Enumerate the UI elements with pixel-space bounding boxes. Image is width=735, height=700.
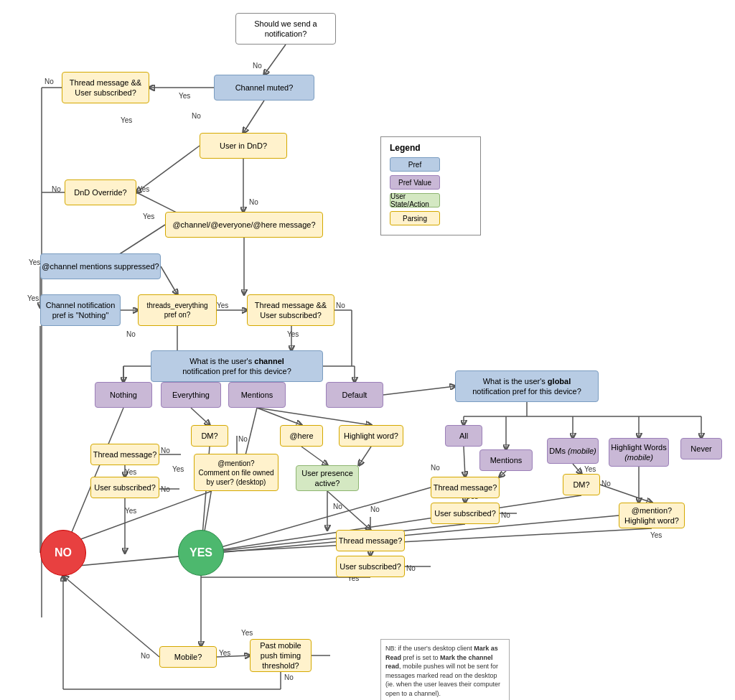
legend-prefval-box: Pref Value [390,175,440,190]
label-no-dm1: No [238,435,248,443]
label-no-dnd-override: No [52,185,61,193]
node-dm-q1-label: DM? [201,431,217,441]
node-thread-msg-q3: Thread message? [336,530,405,551]
node-dms-mobile: DMs (mobile) [547,438,599,464]
node-highlight-words-mobile-label: Highlight Words(mobile) [611,442,666,463]
label-yes-ch-nothing: Yes [27,294,39,302]
legend-parsing-label: Parsing [403,215,427,223]
node-athere-label: @here [289,431,313,441]
label-no-usersub3: No [406,564,416,572]
label-no-threadmsg3: No [370,505,380,513]
label-yes-thread1: Yes [125,468,136,476]
legend-title: Legend [390,143,472,153]
label-no-thread-sub2: No [336,302,345,309]
node-past-mobile-timing-label: Past mobilepush timingthreshold? [260,640,301,671]
node-nothing-label: Nothing [110,390,137,400]
node-atmention-highlight: @mention?Highlight word? [619,503,685,528]
node-start-label: Should we send anotification? [254,19,317,39]
svg-line-28 [383,386,455,395]
node-user-dnd-label: User in DnD? [220,141,267,151]
node-channel-notif-pref-label: What is the user's channelnotification p… [182,356,291,377]
node-yes-circle: YES [178,530,224,576]
node-nothing: Nothing [95,382,152,408]
node-default: Default [326,382,383,408]
label-yes-threads-ev: Yes [217,302,228,309]
node-all-label: All [459,431,468,441]
node-channel-notif-nothing-label: Channel notificationpref is "Nothing" [46,300,116,321]
svg-line-57 [500,471,506,477]
node-thread-msg-q1: Thread message? [90,444,159,465]
node-dm-q1: DM? [191,425,228,447]
svg-line-60 [201,524,465,553]
node-default-label: Default [342,390,368,400]
node-global-notif-pref: What is the user's globalnotification pr… [455,370,599,402]
legend-prefval-label: Pref Value [398,179,431,187]
node-no-label: NO [55,546,72,561]
node-channel-everyone-label: @channel/@everyone/@here message? [172,220,315,230]
svg-line-69 [63,576,159,657]
node-mentions-global: Mentions [479,449,533,471]
label-no-threadmsg2: No [431,464,440,472]
node-no-circle: NO [40,530,86,576]
legend-item-parsing: Parsing [390,211,472,225]
legend-item-state: User State/Action [390,193,472,207]
node-threads-everything: threads_everythingpref on? [138,294,217,326]
legend-state-label: User State/Action [390,192,439,208]
label-yes-channel-muted: Yes [179,92,190,100]
label-no-dmmobile: No [601,480,611,487]
legend-item-pref: Pref [390,157,472,172]
node-channel-muted: Channel muted? [214,75,314,101]
node-highlight-word1-label: Highlight word? [344,431,398,441]
label-yes-past-timing: Yes [241,629,253,637]
legend-pref-box: Pref [390,157,440,172]
node-channel-everyone: @channel/@everyone/@here message? [165,212,323,238]
label-no-dnd: No [192,112,201,120]
node-channel-mentions-suppressed: @channel mentions suppressed? [40,253,161,279]
legend: Legend Pref Pref Value User State/Action… [380,136,481,235]
label-no-thread1: No [161,447,170,454]
legend-pref-label: Pref [408,161,421,169]
node-thread-user-sub1-label: Thread message &&User subscribed? [70,78,141,98]
svg-line-62 [573,464,581,474]
node-channel-notif-nothing: Channel notificationpref is "Nothing" [40,294,121,326]
node-user-subscribed-q3-label: User subscribed? [340,561,401,571]
node-user-subscribed-q2-label: User subscribed? [434,508,496,518]
svg-line-12 [161,266,177,294]
legend-state-box: User State/Action [390,193,440,207]
node-user-presence: User presenceactive? [296,465,359,491]
node-thread-msg-q1-label: Thread message? [93,449,157,459]
node-user-subscribed-q2: User subscribed? [431,503,500,524]
node-never: Never [680,438,722,459]
svg-line-32 [257,408,371,425]
node-start: Should we send anotification? [235,13,336,45]
label-yes-dnd: Yes [121,116,132,124]
node-everything: Everything [161,382,221,408]
label-yes-mobile: Yes [219,649,230,657]
label-yes-dnd-override: Yes [138,185,149,193]
node-mobile-q-label: Mobile? [174,652,202,662]
node-user-dnd: User in DnD? [200,133,287,159]
node-thread-user-sub1: Thread message &&User subscribed? [62,72,149,103]
label-no-thread-sub1: No [45,78,54,85]
node-channel-mentions-suppressed-label: @channel mentions suppressed? [42,261,159,271]
note-box: NB: if the user's desktop client Mark as… [380,639,510,700]
node-global-notif-pref-label: What is the user's globalnotification pr… [472,376,581,397]
node-user-presence-label: User presenceactive? [301,468,353,489]
node-channel-notif-pref: What is the user's channelnotification p… [151,350,323,382]
label-yes-usersub1: Yes [125,507,136,515]
svg-line-0 [264,45,286,75]
svg-line-65 [201,528,652,553]
node-dnd-override-label: DnD Override? [74,187,126,197]
label-yes-dmmobile: Yes [584,465,596,473]
node-dm-q2-label: DM? [573,480,589,490]
label-no-channel-muted: No [253,62,262,70]
label-yes-ch-suppress: Yes [29,258,40,266]
label-no-threads-ev: No [126,330,136,338]
label-no-usersub1: No [161,485,170,493]
label-no-usersub2: No [501,511,510,519]
svg-line-42 [327,491,370,530]
node-user-subscribed-q1: User subscribed? [90,477,159,498]
node-dms-mobile-label: DMs (mobile) [549,446,596,456]
svg-line-1 [243,101,264,133]
node-mentions-global-label: Mentions [490,455,523,465]
